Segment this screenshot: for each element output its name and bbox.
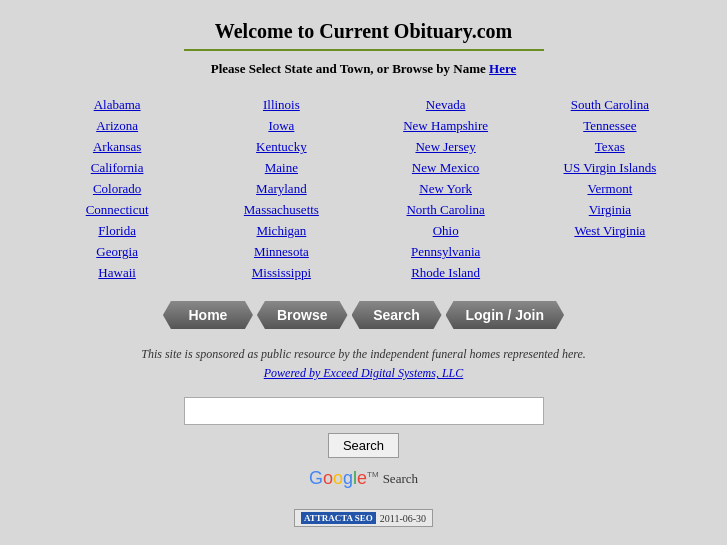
badge-date: 2011-06-30 xyxy=(380,513,426,524)
state-link[interactable]: Pennsylvania xyxy=(411,244,480,260)
state-link[interactable]: Alabama xyxy=(94,97,141,113)
state-link[interactable]: Rhode Island xyxy=(411,265,480,281)
state-link[interactable]: Georgia xyxy=(96,244,138,260)
search-button[interactable]: Search xyxy=(328,433,399,458)
state-link[interactable]: New York xyxy=(419,181,472,197)
state-link[interactable]: Florida xyxy=(98,223,136,239)
states-grid: AlabamaArizonaArkansasCaliforniaColorado… xyxy=(10,97,717,281)
state-link[interactable]: New Hampshire xyxy=(403,118,488,134)
state-link[interactable]: Virginia xyxy=(589,202,631,218)
state-col-2: IllinoisIowaKentuckyMaineMarylandMassach… xyxy=(204,97,358,281)
attracta-badge: ATTRACTA SEO 2011-06-30 xyxy=(294,509,433,527)
nav-button-login--join[interactable]: Login / Join xyxy=(446,301,565,329)
google-logo: GoogleTM xyxy=(309,468,379,489)
state-link[interactable]: Texas xyxy=(595,139,625,155)
state-link[interactable]: Minnesota xyxy=(254,244,309,260)
state-link[interactable]: Maine xyxy=(265,160,298,176)
attracta-label: ATTRACTA SEO xyxy=(301,512,376,524)
google-search-row: GoogleTM Search xyxy=(10,468,717,489)
state-link[interactable]: West Virginia xyxy=(574,223,645,239)
google-search-label: Search xyxy=(383,471,418,487)
sponsor-section: This site is sponsored as public resourc… xyxy=(10,347,717,381)
subtitle-text: Please Select State and Town, or Browse … xyxy=(211,61,486,76)
state-link[interactable]: Arizona xyxy=(96,118,138,134)
state-link[interactable]: Ohio xyxy=(433,223,459,239)
nav-button-home[interactable]: Home xyxy=(163,301,253,329)
state-link[interactable]: Illinois xyxy=(263,97,300,113)
here-link[interactable]: Here xyxy=(489,61,516,76)
sponsor-text: This site is sponsored as public resourc… xyxy=(10,347,717,362)
state-link[interactable]: New Mexico xyxy=(412,160,480,176)
page-wrapper: Welcome to Current Obituary.com Please S… xyxy=(0,0,727,545)
subtitle: Please Select State and Town, or Browse … xyxy=(10,61,717,77)
state-link[interactable]: Vermont xyxy=(587,181,632,197)
state-col-4: South CarolinaTennesseeTexasUS Virgin Is… xyxy=(533,97,687,281)
powered-link[interactable]: Powered by Exceed Digital Systems, LLC xyxy=(10,366,717,381)
site-title: Welcome to Current Obituary.com xyxy=(10,20,717,43)
nav-button-search[interactable]: Search xyxy=(352,301,442,329)
state-link[interactable]: Mississippi xyxy=(252,265,311,281)
divider xyxy=(184,49,544,51)
state-link[interactable]: Nevada xyxy=(426,97,466,113)
state-link[interactable]: New Jersey xyxy=(415,139,475,155)
state-link[interactable]: Hawaii xyxy=(98,265,136,281)
state-link[interactable]: US Virgin Islands xyxy=(564,160,657,176)
state-link[interactable]: Kentucky xyxy=(256,139,307,155)
state-link[interactable]: Colorado xyxy=(93,181,141,197)
footer-badge-wrapper: ATTRACTA SEO 2011-06-30 xyxy=(10,509,717,527)
state-link[interactable]: North Carolina xyxy=(406,202,484,218)
search-box-wrapper: Search xyxy=(10,397,717,458)
state-col-1: AlabamaArizonaArkansasCaliforniaColorado… xyxy=(40,97,194,281)
state-link[interactable]: California xyxy=(91,160,144,176)
state-link[interactable]: Tennessee xyxy=(583,118,636,134)
state-link[interactable]: Massachusetts xyxy=(244,202,319,218)
state-link[interactable]: Iowa xyxy=(268,118,294,134)
search-input[interactable] xyxy=(184,397,544,425)
state-link[interactable]: Michigan xyxy=(256,223,306,239)
state-link[interactable]: South Carolina xyxy=(571,97,649,113)
nav-button-browse[interactable]: Browse xyxy=(257,301,348,329)
state-col-3: NevadaNew HampshireNew JerseyNew MexicoN… xyxy=(369,97,523,281)
nav-bar: HomeBrowseSearchLogin / Join xyxy=(10,301,717,329)
state-link[interactable]: Connecticut xyxy=(86,202,149,218)
state-link[interactable]: Maryland xyxy=(256,181,307,197)
state-link[interactable]: Arkansas xyxy=(93,139,141,155)
